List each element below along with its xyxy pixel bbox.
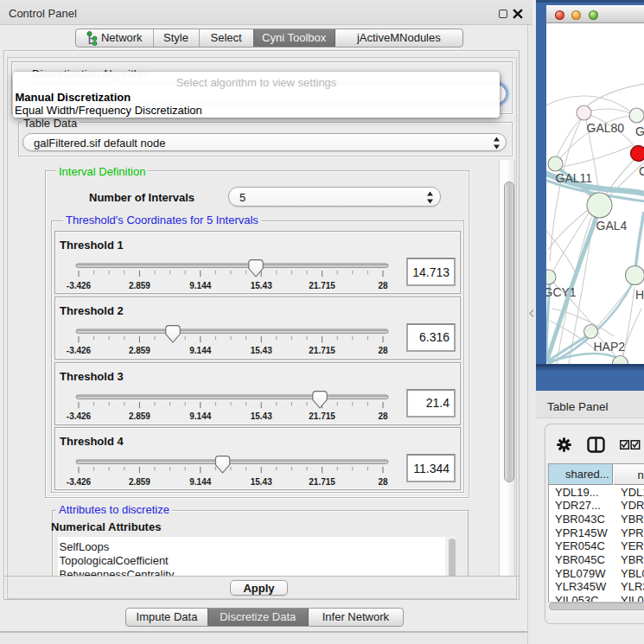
svg-text:GA: GA [635,124,644,138]
svg-text:HAP2: HAP2 [593,340,625,354]
svg-text:H: H [635,287,644,301]
svg-text:GCY1: GCY1 [546,284,577,298]
svg-text:GAL4: GAL4 [596,218,627,232]
svg-text:C: C [639,163,644,177]
svg-text:GAL11: GAL11 [555,171,592,185]
svg-text:GAL80: GAL80 [586,120,624,134]
